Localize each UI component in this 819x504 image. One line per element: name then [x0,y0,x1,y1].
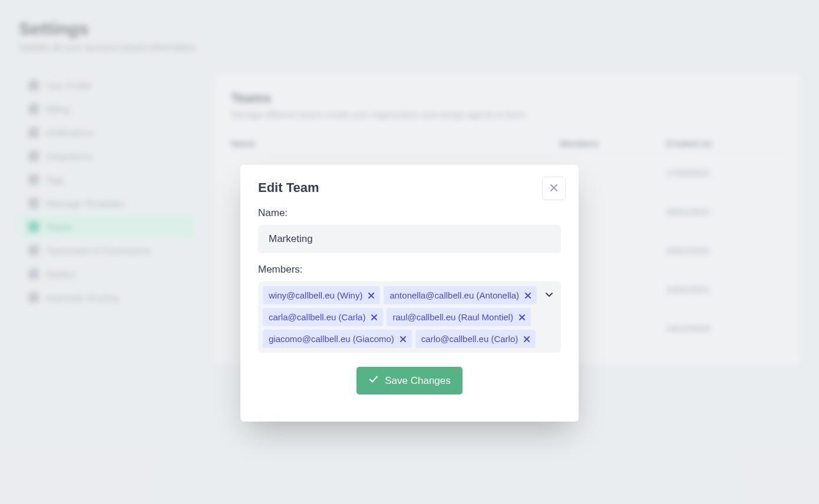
chip-label: winy@callbell.eu (Winy) [269,290,362,300]
member-chip: winy@callbell.eu (Winy) [263,286,380,304]
member-chip: giacomo@callbell.eu (Giacomo) [263,330,412,348]
member-chip: antonella@callbell.eu (Antonella) [384,286,537,304]
edit-team-modal: Edit Team Name: Members: winy@callbell.e… [240,165,579,422]
member-chip: raul@callbell.eu (Raul Montiel) [387,308,530,326]
member-chip: carla@callbell.eu (Carla) [263,308,383,326]
name-label: Name: [258,207,561,219]
close-button[interactable] [542,177,566,200]
chip-label: antonella@callbell.eu (Antonella) [389,290,519,300]
member-chip: carlo@callbell.eu (Carlo) [415,330,536,348]
modal-overlay: Edit Team Name: Members: winy@callbell.e… [0,0,819,504]
remove-member-icon[interactable] [524,336,530,342]
close-icon [550,184,558,194]
save-button-label: Save Changes [385,375,451,387]
remove-member-icon[interactable] [525,293,531,299]
check-icon [368,374,379,387]
chevron-down-icon[interactable] [544,290,554,301]
modal-title: Edit Team [258,180,561,195]
remove-member-icon[interactable] [519,314,525,320]
chip-label: raul@callbell.eu (Raul Montiel) [392,312,513,322]
remove-member-icon[interactable] [400,336,406,342]
chip-label: carla@callbell.eu (Carla) [269,312,365,322]
chip-label: giacomo@callbell.eu (Giacomo) [269,334,394,344]
members-multiselect[interactable]: winy@callbell.eu (Winy) antonella@callbe… [258,281,561,353]
team-name-input[interactable] [258,225,561,253]
remove-member-icon[interactable] [368,293,374,299]
chip-label: carlo@callbell.eu (Carlo) [421,334,518,344]
remove-member-icon[interactable] [371,314,377,320]
save-changes-button[interactable]: Save Changes [356,367,463,394]
members-label: Members: [258,264,561,276]
